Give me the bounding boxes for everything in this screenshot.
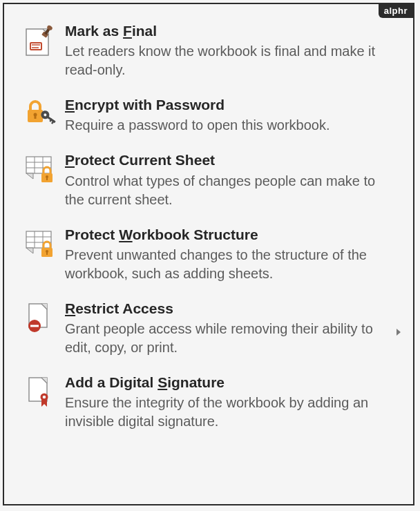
document-signature-icon	[19, 374, 61, 408]
chevron-right-icon	[397, 329, 401, 336]
sheet-lock-icon	[19, 151, 61, 186]
menu-item-title: Mark as Final	[65, 22, 398, 39]
workbook-lock-icon	[19, 226, 61, 260]
menu-item-protect-workbook-structure[interactable]: Protect Workbook Structure Prevent unwan…	[14, 222, 403, 296]
menu-item-encrypt-with-password[interactable]: Encrypt with Password Require a password…	[14, 92, 403, 147]
menu-item-title: Protect Current Sheet	[65, 151, 398, 168]
svg-rect-34	[46, 252, 48, 255]
stamp-icon	[19, 22, 61, 57]
watermark-label: alphr	[379, 4, 413, 18]
svg-rect-17	[26, 157, 51, 173]
menu-item-add-digital-signature[interactable]: Add a Digital Signature Ensure the integ…	[14, 369, 403, 443]
document-restrict-icon	[19, 300, 61, 334]
menu-item-description: Let readers know the workbook is final a…	[65, 42, 398, 79]
svg-rect-25	[46, 177, 48, 180]
svg-rect-26	[26, 231, 51, 248]
menu-item-description: Prevent unwanted changes to the structur…	[65, 246, 398, 283]
menu-item-description: Control what types of changes people can…	[65, 172, 398, 209]
menu-list: Mark as Final Let readers know the workb…	[4, 4, 413, 443]
menu-item-restrict-access[interactable]: Restrict Access Grant people access whil…	[14, 296, 403, 369]
menu-item-title: Add a Digital Signature	[65, 374, 398, 391]
svg-rect-39	[30, 325, 39, 327]
svg-marker-31	[26, 248, 33, 253]
svg-marker-22	[26, 173, 33, 179]
lock-key-icon	[19, 96, 61, 131]
svg-marker-45	[41, 400, 47, 407]
menu-item-description: Grant people access while removing their…	[65, 320, 398, 357]
menu-item-title: Protect Workbook Structure	[65, 226, 398, 243]
menu-item-title: Restrict Access	[65, 300, 398, 317]
menu-item-description: Ensure the integrity of the workbook by …	[65, 394, 398, 431]
menu-item-protect-current-sheet[interactable]: Protect Current Sheet Control what types…	[14, 147, 403, 221]
menu-item-description: Require a password to open this workbook…	[65, 116, 398, 135]
menu-item-title: Encrypt with Password	[65, 96, 398, 113]
svg-point-44	[43, 396, 46, 399]
protect-workbook-menu: alphr	[3, 3, 414, 505]
svg-rect-11	[35, 115, 37, 119]
menu-item-mark-as-final[interactable]: Mark as Final Let readers know the workb…	[14, 18, 403, 92]
